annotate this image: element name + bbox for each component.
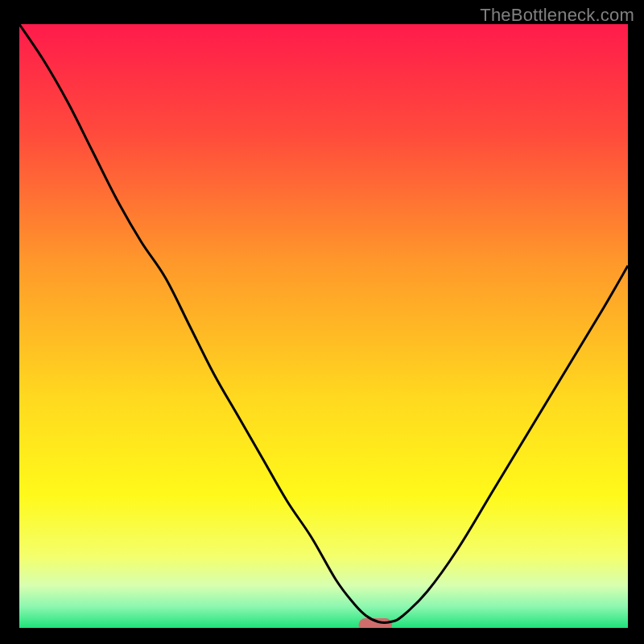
chart-frame: TheBottleneck.com bbox=[0, 0, 644, 644]
bottleneck-chart bbox=[19, 24, 628, 628]
gradient-background bbox=[19, 24, 628, 628]
plot-area bbox=[19, 24, 628, 628]
watermark-text: TheBottleneck.com bbox=[480, 5, 634, 26]
